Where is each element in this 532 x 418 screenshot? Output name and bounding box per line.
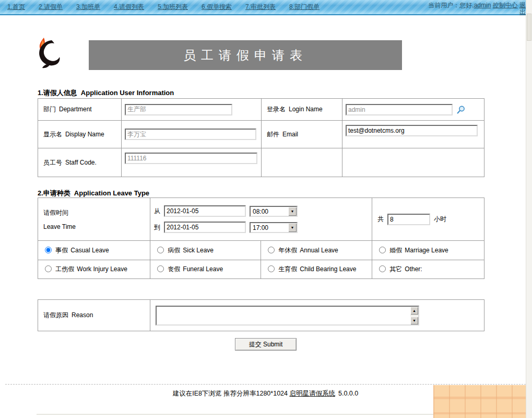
hours-unit-label: 小时	[434, 215, 446, 224]
leave-type-table: 请假时间 Leave Time 从 08:00 ▼ 到	[38, 198, 484, 279]
leave-type-radio-funeral[interactable]	[157, 265, 164, 272]
system-name-link[interactable]: 启明星请假系统	[289, 390, 335, 397]
leave-type-cell-other: 其它Other:	[372, 260, 484, 279]
nav-item-home[interactable]: 1.首页	[7, 3, 25, 11]
control-center-link[interactable]: 控制中心	[493, 2, 518, 9]
section2-heading-en: Application Leave Type	[74, 189, 149, 197]
to-time-select[interactable]: 17:00 ▼	[250, 222, 298, 233]
current-user-prefix: 当前用户：您好,	[428, 2, 474, 9]
vertical-scrollbar[interactable]	[526, 0, 532, 418]
empty-cell	[342, 148, 484, 177]
nav-item-approval-list[interactable]: 7.审批列表	[245, 3, 276, 11]
leave-type-radio-sick[interactable]	[157, 247, 164, 253]
reason-field-frame: ▲ ▼	[156, 306, 419, 326]
submit-button[interactable]: 提交 Submit	[235, 338, 297, 351]
reason-label: 请假原因Reason	[38, 300, 150, 331]
section1-heading-cn: 1.请假人信息	[38, 89, 77, 97]
reason-table: 请假原因Reason ▲ ▼	[38, 299, 484, 331]
nav-item-leave-form[interactable]: 2.请假单	[39, 3, 63, 11]
nav-item-overtime-list[interactable]: 5.加班列表	[158, 3, 188, 11]
current-user-box: 当前用户：您好,admin 控制中心 退出	[423, 2, 526, 16]
reason-scrollbar[interactable]: ▲ ▼	[410, 307, 418, 324]
email-label: 邮件Email	[262, 121, 342, 148]
leave-time-label: 请假时间 Leave Time	[38, 198, 150, 241]
user-info-table: 部门Department 登录名Login Name 显示名Display Na…	[38, 98, 484, 177]
empty-cell	[262, 148, 342, 177]
from-time-select[interactable]: 08:00 ▼	[250, 206, 298, 217]
form-title: 员工请假申请表	[183, 47, 308, 64]
form-title-banner: 员工请假申请表	[89, 40, 402, 70]
leave-type-radio-marriage[interactable]	[379, 247, 386, 253]
dropdown-arrow-icon: ▼	[288, 207, 297, 216]
department-input[interactable]	[125, 104, 232, 115]
leave-type-radio-annual[interactable]	[268, 247, 275, 253]
staff-code-input[interactable]	[125, 153, 257, 164]
section2-heading-cn: 2.申请种类	[38, 189, 70, 197]
logout-link[interactable]: 退出	[519, 2, 526, 16]
staff-code-label: 员工号Staff Code.	[38, 148, 122, 177]
leave-type-cell-funeral: 丧假Funeral Leave	[150, 260, 261, 279]
calendar-grid-image	[433, 385, 526, 418]
from-label: 从	[154, 207, 160, 216]
nav-item-department-leave[interactable]: 8.部门假单	[289, 3, 320, 11]
leave-type-cell-sick: 病假Sick Leave	[150, 241, 261, 260]
to-date-input[interactable]	[164, 222, 246, 233]
scroll-down-icon[interactable]: ▼	[410, 317, 418, 324]
leave-type-radio-other[interactable]	[379, 265, 386, 272]
username-link[interactable]: admin	[474, 2, 491, 9]
total-hours-input[interactable]	[387, 214, 430, 225]
department-label: 部门Department	[38, 99, 122, 121]
scroll-up-icon[interactable]: ▲	[410, 307, 418, 315]
leave-type-radio-casual[interactable]	[45, 247, 52, 253]
leave-type-cell-casual: 事假Casual Leave	[38, 241, 150, 260]
top-nav-bar: 1.首页 2.请假单 3.加班单 4.请假列表 5.加班列表 6.假单搜索 7.…	[0, 0, 532, 15]
leave-type-cell-marriage: 婚假Marriage Leave	[372, 241, 484, 260]
reason-textarea[interactable]	[157, 307, 410, 324]
leave-type-radio-work-injury[interactable]	[45, 265, 52, 272]
footer-browser-note: 建议在IE8下浏览 推荐分辨率1280*1024	[173, 390, 290, 397]
from-date-input[interactable]	[164, 205, 246, 217]
search-user-icon[interactable]	[456, 105, 466, 114]
leave-application-page: 1.首页 2.请假单 3.加班单 4.请假列表 5.加班列表 6.假单搜索 7.…	[0, 0, 532, 418]
section2-heading: 2.申请种类Application Leave Type	[38, 189, 149, 198]
login-name-label: 登录名Login Name	[262, 99, 342, 121]
company-logo-icon	[32, 37, 62, 70]
to-label: 到	[154, 223, 160, 232]
leave-type-cell-work-injury: 工伤假Work Injury Leave	[38, 260, 150, 279]
section1-heading: 1.请假人信息Application User Information	[38, 88, 174, 98]
display-name-input[interactable]	[125, 129, 256, 140]
dropdown-arrow-icon: ▼	[288, 223, 297, 232]
nav-item-leave-search[interactable]: 6.假单搜索	[202, 3, 232, 11]
section1-heading-en: Application User Information	[81, 89, 174, 97]
email-input[interactable]	[346, 125, 478, 136]
login-name-input[interactable]	[346, 104, 453, 115]
main-nav: 1.首页 2.请假单 3.加班单 4.请假列表 5.加班列表 6.假单搜索 7.…	[7, 0, 320, 14]
nav-item-leave-list[interactable]: 4.请假列表	[114, 3, 144, 11]
leave-type-cell-annual: 年休假Annual Leave	[261, 241, 372, 260]
leave-type-cell-child-bearing: 生育假Child Bearing Leave	[261, 260, 372, 279]
version-number: 5.0.0.0	[338, 390, 358, 397]
leave-type-radio-child-bearing[interactable]	[268, 265, 275, 272]
total-label: 共	[377, 215, 384, 224]
display-name-label: 显示名Display Name	[38, 121, 122, 148]
scrollbar-thumb[interactable]	[527, 14, 531, 41]
nav-item-overtime-form[interactable]: 3.加班单	[76, 3, 100, 11]
